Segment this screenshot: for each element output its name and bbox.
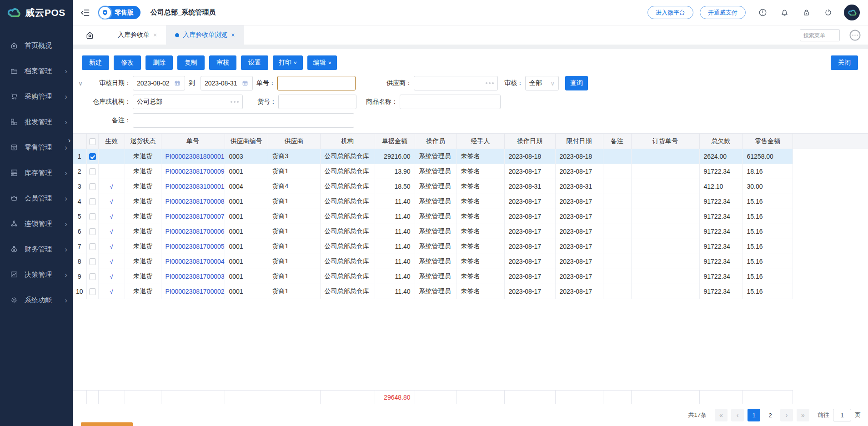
cell-bill_no[interactable]: PI000023081700003 [161,269,225,284]
column-header-return_status[interactable]: 退货状态 [125,134,161,149]
row-checkbox-cell[interactable] [86,254,98,269]
copy-button[interactable]: 复制 [177,55,205,70]
prev-page-button[interactable]: ‹ [731,409,744,421]
table-row-2[interactable]: 2未退货PI0000230817000090001货商1公司总部总仓库13.90… [73,164,868,179]
cell-bill_no[interactable]: PI000023081700009 [161,164,225,179]
tab-1[interactable]: 入库验收单× [109,25,166,45]
sidebar-item-member[interactable]: 会员管理› [0,185,73,211]
close-icon[interactable]: × [231,31,235,39]
row-checkbox-cell[interactable] [86,194,98,209]
bell-icon[interactable] [780,8,789,17]
sidebar-item-home[interactable]: 首页概况 [0,33,73,58]
column-header-order_no[interactable]: 订货单号 [631,134,699,149]
row-checkbox-cell[interactable] [86,239,98,254]
filter-collapse-icon[interactable]: ∨ [75,80,86,87]
column-header-amount[interactable]: 单据金额 [375,134,415,149]
table-row-3[interactable]: 3√未退货PI0000230831000010004货商4公司总部总仓库18.5… [73,179,868,194]
table-row-1[interactable]: 1未退货PI0000230818000010003货商3公司总部总仓库29216… [73,149,868,164]
sidebar-item-retail[interactable]: 零售管理› [0,135,73,160]
row-checkbox[interactable] [89,243,96,250]
cell-bill_no[interactable]: PI000023081700008 [161,194,225,209]
query-button[interactable]: 查询 [565,76,588,90]
new-button[interactable]: 新建 [82,55,109,70]
bill-no-input[interactable] [281,80,351,87]
row-checkbox[interactable] [89,228,96,235]
menu-search-input[interactable] [800,29,840,41]
edition-badge[interactable]: 零售版 [98,6,140,19]
cell-bill_no[interactable]: PI000023081700006 [161,224,225,239]
home-tab-icon[interactable] [85,30,95,40]
row-checkbox-cell[interactable] [86,269,98,284]
column-header-remark[interactable]: 备注 [603,134,631,149]
remark-input[interactable] [137,117,350,124]
column-header-retail[interactable]: 零售金额 [743,134,793,149]
table-row-6[interactable]: 6√未退货PI0000230817000060001货商1公司总部总仓库11.4… [73,224,868,239]
row-checkbox[interactable] [89,288,96,295]
table-row-4[interactable]: 4√未退货PI0000230817000080001货商1公司总部总仓库11.4… [73,194,868,209]
more-menu-icon[interactable] [848,28,862,42]
sidebar-collapse-icon[interactable] [80,7,91,18]
more-options-icon[interactable] [231,101,239,103]
page-button-2[interactable]: 2 [764,409,777,421]
row-checkbox[interactable] [89,198,96,205]
cell-bill_no[interactable]: PI000023081800001 [161,149,225,164]
cell-bill_no[interactable]: PI000023081700007 [161,209,225,224]
table-row-8[interactable]: 8√未退货PI0000230817000040001货商1公司总部总仓库11.4… [73,254,868,269]
row-checkbox[interactable] [89,168,96,175]
audit-date-from-field[interactable] [133,76,185,90]
warehouse-input[interactable] [137,98,229,105]
audit-status-select[interactable]: 全部 ∨ [525,76,559,90]
sidebar-item-system[interactable]: 系统功能› [0,287,73,313]
row-checkbox-cell[interactable] [86,164,98,179]
column-header-bill_no[interactable]: 单号 [161,134,225,149]
first-page-button[interactable]: « [715,409,728,421]
select-all-checkbox[interactable] [89,138,96,145]
brand-logo[interactable]: 威云POS [0,0,73,25]
page-button-1[interactable]: 1 [748,409,760,421]
audit-button[interactable]: 审核 [209,55,236,70]
item-no-field[interactable] [278,95,356,109]
row-checkbox-cell[interactable] [86,149,98,164]
column-header-debt[interactable]: 总欠款 [699,134,743,149]
sidebar-item-inventory[interactable]: 库存管理› [0,160,73,185]
goto-page-input[interactable] [833,409,851,421]
sidebar-item-chain[interactable]: 连锁管理› [0,211,73,236]
row-checkbox[interactable] [89,213,96,220]
table-row-9[interactable]: 9√未退货PI0000230817000030001货商1公司总部总仓库11.4… [73,269,868,284]
close-icon[interactable]: × [153,31,157,39]
table-row-7[interactable]: 7√未退货PI0000230817000050001货商1公司总部总仓库11.4… [73,239,868,254]
more-options-icon[interactable] [486,82,494,84]
micro-platform-button[interactable]: 进入微平台 [647,6,693,19]
edit-button[interactable]: 编辑∨ [307,55,337,70]
remark-field[interactable] [133,113,354,128]
sidebar-item-decision[interactable]: 决策管理› [0,262,73,287]
sidebar-item-finance[interactable]: 财务管理› [0,236,73,262]
column-header-op_date[interactable]: 操作日期 [504,134,555,149]
select-all-header[interactable] [86,134,98,149]
audit-date-from-input[interactable] [137,80,172,87]
row-checkbox[interactable] [89,153,96,160]
product-name-field[interactable] [400,95,501,109]
lock-icon[interactable] [802,8,811,17]
row-checkbox-cell[interactable] [86,224,98,239]
column-header-supplier_no[interactable]: 供应商编号 [225,134,268,149]
settings-button[interactable]: 设置 [241,55,268,70]
sidebar-expand-handle[interactable]: › [68,136,70,145]
delete-button[interactable]: 删除 [146,55,173,70]
cell-bill_no[interactable]: PI000023083100001 [161,179,225,194]
close-button[interactable]: 关闭 [831,55,858,70]
column-header-effective[interactable]: 生效 [98,134,125,149]
power-icon[interactable] [823,8,833,17]
row-checkbox-cell[interactable] [86,179,98,194]
cell-bill_no[interactable]: PI000023081700004 [161,254,225,269]
audit-date-to-input[interactable] [205,80,240,87]
audit-date-to-field[interactable] [201,76,253,90]
supplier-input[interactable] [418,80,484,87]
print-button[interactable]: 打印∨ [273,55,303,70]
supplier-field[interactable] [414,76,498,90]
column-header-operator[interactable]: 操作员 [415,134,457,149]
item-no-input[interactable] [282,98,352,105]
sidebar-item-archive[interactable]: 档案管理› [0,58,73,84]
row-checkbox-cell[interactable] [86,284,98,299]
modify-button[interactable]: 修改 [114,55,141,70]
